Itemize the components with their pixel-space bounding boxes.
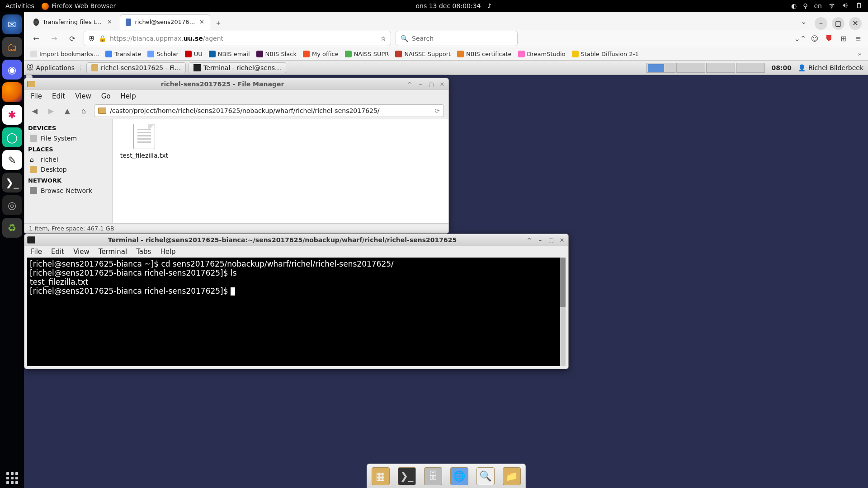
url-bar[interactable]: ⛨ 🔒 https://bianca.uppmax.uu.se/agent ☆ [84, 31, 391, 46]
applications-menu[interactable]: Applications [36, 64, 75, 71]
maximize-button[interactable]: ▢ [832, 17, 844, 30]
wifi-icon[interactable] [828, 2, 835, 10]
close-button[interactable]: ✕ [849, 17, 862, 30]
night-light-icon[interactable]: ◐ [791, 2, 797, 9]
bm-uu[interactable]: UU [185, 51, 203, 57]
side-filesystem[interactable]: File System [28, 133, 108, 143]
side-browse-network[interactable]: Browse Network [28, 186, 108, 196]
nav-forward-icon[interactable]: ▶ [45, 105, 57, 117]
terminal-content[interactable]: [richel@sens2017625-bianca ~]$ cd sens20… [27, 258, 566, 366]
activities-button[interactable]: Activities [5, 2, 34, 9]
bm-nbisslack[interactable]: NBIS Slack [256, 51, 297, 57]
bookmarks-overflow-icon[interactable]: » [858, 51, 862, 57]
bm-dreamstudio[interactable]: DreamStudio [518, 51, 566, 57]
forward-button[interactable]: → [47, 32, 61, 45]
bdock-home-icon[interactable]: 📁 [503, 467, 521, 485]
bdock-browser-icon[interactable]: 🌐 [450, 467, 468, 485]
bm-myoffice[interactable]: My office [303, 51, 339, 57]
side-desktop[interactable]: Desktop [28, 164, 108, 174]
workspace-2[interactable] [676, 63, 705, 73]
clock[interactable]: ons 13 dec 08:00:34 [416, 2, 481, 9]
account-icon[interactable]: ☺ [810, 34, 819, 43]
keyboard-lang[interactable]: en [814, 2, 822, 9]
notification-bell-icon[interactable]: ♪ [487, 2, 491, 9]
task-terminal[interactable]: Terminal - richel@sens… [189, 62, 286, 73]
menu-terminal[interactable]: Terminal [99, 248, 127, 256]
term-titlebar[interactable]: Terminal - richel@sens2017625-bianca:~/s… [24, 234, 568, 246]
dock-discord-icon[interactable]: ◉ [2, 60, 22, 80]
hamburger-menu-icon[interactable]: ≡ [854, 34, 863, 43]
dock-terminal-icon[interactable]: ❯_ [2, 173, 22, 192]
bm-scholar[interactable]: Scholar [147, 51, 179, 57]
dock-thunderbird-icon[interactable]: ✉ [2, 14, 22, 34]
bm-naisssupr[interactable]: NAISS SUPR [345, 51, 389, 57]
minimize-button[interactable]: – [537, 236, 544, 244]
maximize-button[interactable]: ▢ [547, 236, 555, 244]
nav-up-icon[interactable]: ▲ [61, 105, 73, 117]
bookmark-star-icon[interactable]: ☆ [380, 35, 386, 42]
minimize-button[interactable]: – [815, 17, 827, 30]
workspace-4[interactable] [736, 63, 765, 73]
search-bar[interactable]: 🔍 Search [396, 31, 518, 46]
bm-import[interactable]: Import bookmarks… [30, 51, 99, 57]
scrollbar-thumb[interactable] [560, 258, 566, 307]
bm-stablediffusion[interactable]: Stable Diffusion 2-1 [572, 51, 639, 57]
bm-nbisemail[interactable]: NBIS email [209, 51, 250, 57]
xfce-mouse-icon[interactable]: 🐭 [27, 64, 33, 71]
bdock-desktop-icon[interactable]: ▦ [372, 467, 390, 485]
file-item[interactable]: test_filezilla.txt [117, 124, 171, 159]
nav-back-icon[interactable]: ◀ [29, 105, 41, 117]
extensions-icon[interactable]: ⊞ [839, 34, 848, 43]
shield-icon[interactable]: ⛨ [89, 35, 95, 42]
bdock-search-icon[interactable]: 🔍 [476, 467, 495, 485]
dock-apps-button[interactable] [2, 468, 22, 488]
pocket-icon[interactable]: ⌄⌃ [796, 34, 805, 43]
close-button[interactable]: ✕ [558, 236, 566, 244]
tab-bianca[interactable]: richel@sens2017625-bia… ✕ [120, 14, 210, 30]
nav-home-icon[interactable]: ⌂ [78, 105, 90, 117]
menu-file[interactable]: File [31, 248, 42, 256]
user-menu-icon[interactable]: 👤 [798, 64, 806, 71]
menu-help[interactable]: Help [160, 248, 175, 256]
current-app[interactable]: Firefox Web Browser [42, 2, 116, 10]
path-bar[interactable]: /castor/project/home/richel/sens2017625/… [94, 104, 444, 117]
bdock-filemanager-icon[interactable]: 🗄 [424, 467, 442, 485]
bdock-terminal-icon[interactable]: ❯_ [398, 467, 416, 485]
accessibility-icon[interactable]: ⚲ [803, 2, 807, 9]
task-filemanager[interactable]: richel-sens2017625 - Fi… [86, 62, 186, 73]
lock-icon[interactable]: 🔒 [99, 35, 106, 42]
menu-edit[interactable]: Edit [52, 92, 65, 100]
user-name[interactable]: Richel Bilderbeek [808, 64, 863, 71]
reload-button[interactable]: ⟳ [66, 32, 79, 45]
path-refresh-icon[interactable]: ⟳ [434, 107, 440, 114]
maximize-button[interactable]: ▢ [428, 80, 435, 88]
tab-list-button[interactable]: ⌄ [797, 17, 810, 30]
menu-tabs[interactable]: Tabs [136, 248, 151, 256]
bm-nbiscert[interactable]: NBIS certificate [457, 51, 511, 57]
menu-view[interactable]: View [75, 92, 91, 100]
menu-go[interactable]: Go [101, 92, 111, 100]
volume-icon[interactable] [842, 2, 849, 10]
menu-edit[interactable]: Edit [51, 248, 64, 256]
minimize-button[interactable]: – [417, 80, 424, 88]
fm-content-area[interactable]: test_filezilla.txt [113, 119, 448, 223]
dock-files-icon[interactable]: 🗂 [2, 37, 22, 57]
battery-icon[interactable] [855, 2, 863, 10]
close-icon[interactable]: ✕ [107, 19, 112, 25]
dock-obs-icon[interactable]: ◎ [2, 195, 22, 215]
workspace-switcher[interactable] [646, 63, 765, 73]
dock-firefox-icon[interactable] [2, 82, 22, 102]
dock-texteditor-icon[interactable]: ✎ [2, 150, 22, 170]
dock-trash-icon[interactable]: ♻ [2, 218, 22, 238]
menu-help[interactable]: Help [121, 92, 136, 100]
bm-naissesupport[interactable]: NAISSE Support [395, 51, 451, 57]
workspace-1[interactable] [646, 63, 675, 73]
menu-view[interactable]: View [73, 248, 90, 256]
close-button[interactable]: ✕ [439, 80, 446, 88]
menu-file[interactable]: File [31, 92, 42, 100]
workspace-3[interactable] [706, 63, 735, 73]
xfce-clock[interactable]: 08:00 [771, 64, 792, 71]
fm-titlebar[interactable]: richel-sens2017625 - File Manager ^ – ▢ … [24, 78, 448, 90]
bm-translate[interactable]: Translate [105, 51, 141, 57]
keep-above-icon[interactable]: ^ [526, 236, 533, 244]
